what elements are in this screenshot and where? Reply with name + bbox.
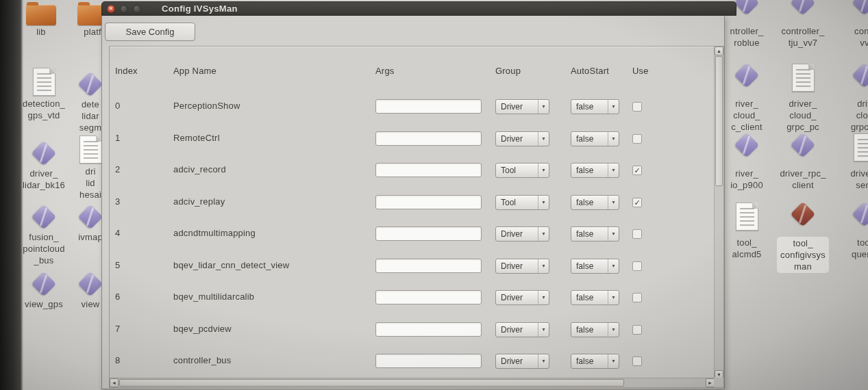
diamond-app-icon [734,132,760,158]
use-checkbox[interactable] [632,325,642,335]
row-index: 7 [115,324,120,334]
group-select[interactable]: Driver▾ [495,322,549,337]
icon-label: tool_alcmd5 [716,237,778,260]
chevron-down-icon: ▾ [608,196,619,209]
desktop-icon-controller-tju-vv7[interactable]: controller_tju_vv7 [772,0,834,49]
group-select[interactable]: Driver▾ [495,226,549,242]
icon-label: driver_serv [834,168,868,191]
diamond-app-icon [77,271,103,297]
autostart-select[interactable]: false▾ [571,322,619,337]
autostart-select[interactable]: false▾ [571,290,619,305]
titlebar[interactable]: ✕ Config IVSysMan [101,1,736,16]
chevron-down-icon: ▾ [608,100,619,114]
group-select[interactable]: Driver▾ [495,354,549,369]
chevron-down-icon: ▾ [608,227,619,241]
diamond-app-icon [31,271,57,297]
table-row: 3 adciv_replay Tool▾ false▾ ✓ [110,189,715,216]
group-value: Driver [496,229,538,239]
autostart-value: false [571,134,608,144]
args-input[interactable] [375,163,482,177]
close-icon[interactable]: ✕ [107,5,115,13]
group-select[interactable]: Driver▾ [495,259,549,274]
autostart-select[interactable]: false▾ [571,131,619,146]
desktop-icon-driver-serv[interactable]: driver_serv [834,132,868,191]
args-input[interactable] [375,322,482,337]
save-config-button[interactable]: Save Config [105,23,195,41]
table-row: 2 adciv_record Tool▾ false▾ ✓ [110,157,715,184]
chevron-down-icon: ▾ [538,227,549,241]
args-input[interactable] [375,259,482,273]
autostart-select[interactable]: false▾ [571,99,619,114]
table-row: 8 controller_bus Driver▾ false▾ [110,348,715,375]
diamond-app-icon [852,201,868,227]
window-title: Config IVSysMan [162,3,238,14]
app-name: PerceptionShow [173,101,240,111]
autostart-select[interactable]: false▾ [571,163,619,178]
vertical-scrollbar[interactable]: ▲ ▼ [714,47,723,379]
red-diamond-app-icon [790,201,816,227]
autostart-select[interactable]: false▾ [571,259,619,274]
autostart-value: false [571,261,608,271]
use-checkbox[interactable] [632,293,642,302]
autostart-select[interactable]: false▾ [571,226,619,242]
table-row: 0 PerceptionShow Driver▾ false▾ [110,93,715,120]
use-checkbox[interactable]: ✓ [632,198,642,207]
group-select[interactable]: Driver▾ [495,290,549,305]
desktop-icon-driver-io-p900[interactable]: river_io_p900 [716,132,778,191]
group-value: Driver [496,102,538,112]
chevron-down-icon: ▾ [538,354,549,368]
args-input[interactable] [375,226,482,241]
desktop-icon-driver-rpc-client[interactable]: driver_rpc_client [772,132,834,191]
icon-label: drivclougrpc_s [834,98,868,133]
header-index: Index [115,66,138,76]
use-checkbox[interactable] [632,356,642,366]
desktop-icon-tool-queryr[interactable]: toolqueryr [834,201,868,260]
args-input[interactable] [375,131,482,146]
table-content: Index App Name Args Group AutoStart Use … [110,47,715,378]
group-select[interactable]: Driver▾ [495,131,549,146]
scrollbar-corner [714,378,723,387]
desktop-icon-tool-configivsysman[interactable]: tool_configivsysman [772,201,834,273]
use-checkbox[interactable]: ✓ [632,166,642,175]
group-select[interactable]: Tool▾ [495,163,549,178]
table-row: 5 bqev_lidar_cnn_detect_view Driver▾ fal… [110,252,715,280]
chevron-down-icon: ▾ [608,323,619,337]
group-select[interactable]: Driver▾ [495,99,549,114]
icon-label: contrvv [834,25,868,49]
autostart-select[interactable]: false▾ [571,195,619,210]
use-checkbox[interactable] [632,134,642,144]
autostart-select[interactable]: false▾ [571,354,619,369]
scroll-left-icon[interactable]: ◄ [110,378,119,387]
table-header: Index App Name Args Group AutoStart Use [110,66,715,79]
vertical-scrollbar-thumb[interactable] [715,56,723,186]
app-name: bqev_multilidarcalib [173,291,254,302]
diamond-app-icon [31,204,57,230]
group-select[interactable]: Tool▾ [495,195,549,210]
maximize-icon[interactable] [133,5,141,13]
row-index: 1 [115,133,120,143]
desktop-icon-driver-cloud-grpc-s[interactable]: drivclougrpc_s [834,62,868,133]
diamond-app-icon [852,62,868,88]
args-input[interactable] [375,290,482,304]
use-checkbox[interactable] [632,261,642,271]
args-input[interactable] [375,354,482,368]
use-checkbox[interactable] [632,229,642,239]
chevron-down-icon: ▾ [608,132,619,146]
icon-label: driver_cloud_grpc_pc [772,98,834,133]
horizontal-scrollbar[interactable]: ◄ ► [110,378,715,387]
minimize-icon[interactable] [120,5,128,13]
use-checkbox[interactable] [632,102,642,112]
desktop-icon-tool-alcmd5[interactable]: tool_alcmd5 [716,201,778,260]
scroll-up-icon[interactable]: ▲ [715,47,723,55]
args-input[interactable] [375,195,482,209]
header-app-name: App Name [173,66,216,76]
horizontal-scrollbar-thumb[interactable] [119,379,624,387]
diamond-app-icon [77,204,103,230]
row-index: 6 [115,291,120,302]
desktop-icon-controller-vv[interactable]: contrvv [834,0,868,49]
desktop-icon-driver-cloud-grpc-pc[interactable]: driver_cloud_grpc_pc [772,62,834,133]
chevron-down-icon: ▾ [538,323,549,337]
chevron-down-icon: ▾ [538,291,549,304]
args-input[interactable] [375,99,482,114]
desktop-icon-driver-cloud-grpc-client[interactable]: river_cloud_c_client [716,62,778,133]
